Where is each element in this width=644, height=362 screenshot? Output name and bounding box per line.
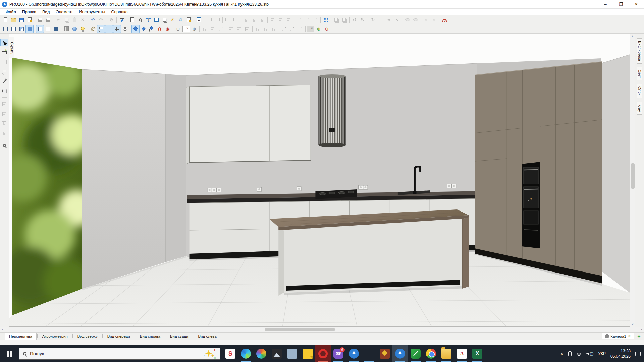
scene-canvas[interactable] xyxy=(9,34,630,327)
side-tab-слои[interactable]: Слои xyxy=(637,84,642,98)
callouts-button[interactable] xyxy=(97,25,105,33)
taskbar-app-excel[interactable]: X xyxy=(470,345,485,362)
view-contours-button[interactable] xyxy=(36,25,44,33)
show-rays-button[interactable]: ☼ xyxy=(176,16,184,24)
select-tool-button[interactable] xyxy=(0,39,8,46)
summary-list-button[interactable]: Σ xyxy=(195,16,203,24)
taskbar-app-firefox[interactable] xyxy=(362,345,377,362)
taskbar-app-viber[interactable]: ☎6 xyxy=(331,345,346,362)
horizontal-scrollbar[interactable]: ‹ › xyxy=(0,327,644,332)
taskbar-app-explorer[interactable] xyxy=(439,345,454,362)
lighting-button[interactable] xyxy=(78,25,87,33)
scroll-right-arrow[interactable]: › xyxy=(639,328,644,331)
scroll-up-arrow[interactable]: ∧ xyxy=(630,34,635,39)
new-element-tool-button[interactable] xyxy=(0,48,8,56)
camera-tab[interactable]: Камера1 ✕ xyxy=(602,333,634,339)
phone-link-icon[interactable] xyxy=(568,351,572,356)
wifi-icon[interactable] xyxy=(576,352,582,356)
kitchen-island[interactable] xyxy=(269,209,469,296)
zoom-out-button[interactable]: ⊖ xyxy=(174,25,182,33)
find-button[interactable] xyxy=(136,16,144,24)
benchmark-button[interactable] xyxy=(440,16,448,24)
tags-button[interactable] xyxy=(89,25,97,33)
print-preview-button[interactable] xyxy=(44,16,52,24)
horizontal-scroll-thumb[interactable] xyxy=(265,328,335,331)
menu-3[interactable]: Вид xyxy=(39,9,53,15)
auto-center-button[interactable]: ◉ xyxy=(164,25,172,33)
smoothing-button[interactable] xyxy=(70,25,78,33)
tall-cabinets[interactable] xyxy=(475,62,602,284)
contour-tool-button[interactable] xyxy=(0,87,8,95)
print-button[interactable] xyxy=(36,16,44,24)
copilot-icon[interactable] xyxy=(202,349,216,359)
view-edges-button[interactable] xyxy=(44,25,52,33)
menu-4[interactable]: Элемент xyxy=(53,9,76,15)
rename-button[interactable] xyxy=(152,16,160,24)
taskbar-app-copilot[interactable] xyxy=(254,345,269,362)
zoom-level-button[interactable] xyxy=(182,25,190,33)
menu-2[interactable]: Правка xyxy=(19,9,39,15)
taskbar-app-chrome[interactable] xyxy=(423,345,439,362)
taskbar-app-sketchup[interactable]: S xyxy=(223,345,238,362)
side-tab-свет[interactable]: Свет xyxy=(637,67,642,80)
view-tab-5[interactable]: Вид справа xyxy=(136,333,164,340)
view-shaded-button[interactable] xyxy=(52,25,60,33)
vertical-scroll-thumb[interactable] xyxy=(631,163,635,189)
taskbar-app-guard[interactable] xyxy=(377,345,392,362)
scroll-left-arrow[interactable]: ‹ xyxy=(0,328,5,331)
taskbar-app-green-notes[interactable] xyxy=(408,345,423,362)
snap-drop-button[interactable] xyxy=(148,25,156,33)
curtains-button[interactable] xyxy=(62,25,70,33)
save-button[interactable] xyxy=(17,16,25,24)
view-tab-1[interactable]: Перспектива xyxy=(5,333,37,340)
taskbar-app-edge[interactable] xyxy=(238,345,254,362)
hide-panel-tab[interactable]: Скрыть xyxy=(9,37,14,58)
properties-button[interactable] xyxy=(118,16,126,24)
taskbar-app-opera[interactable] xyxy=(315,345,331,362)
view-tab-3[interactable]: Вид сверху xyxy=(73,333,102,340)
menu-6[interactable]: Справка xyxy=(108,9,131,15)
view-colors-button[interactable] xyxy=(17,25,25,33)
built-in-ovens[interactable] xyxy=(522,162,540,248)
view-tab-2[interactable]: Аксонометрия xyxy=(38,333,72,340)
taskbar-app-sticky-notes[interactable] xyxy=(300,345,315,362)
picker-tool-button[interactable] xyxy=(0,77,8,85)
sun-light-button[interactable]: ☀ xyxy=(168,16,176,24)
zoom-tool-button[interactable] xyxy=(0,142,8,149)
view-tab-7[interactable]: Вид слева xyxy=(194,333,220,340)
start-button[interactable] xyxy=(0,345,19,362)
language-indicator[interactable]: УКР xyxy=(598,351,606,356)
minimize-button[interactable]: – xyxy=(598,0,613,9)
notification-center-icon[interactable] xyxy=(635,352,641,356)
dimensions-button[interactable] xyxy=(105,25,113,33)
side-tab-kray[interactable]: Kray xyxy=(637,102,642,115)
tray-chevron-icon[interactable]: ∧ xyxy=(560,351,564,356)
vertical-scrollbar[interactable]: ∧ ∨ xyxy=(630,34,635,327)
upper-cabinets[interactable] xyxy=(186,85,311,164)
left-wall[interactable] xyxy=(82,69,186,289)
preview-button[interactable] xyxy=(121,25,129,33)
view-tab-4[interactable]: Вид спереди xyxy=(103,333,134,340)
view-hidden-lines-button[interactable] xyxy=(9,25,17,33)
magnet-button[interactable]: ∩ xyxy=(156,25,164,33)
view-wireframe-button[interactable] xyxy=(1,25,9,33)
snap-points-button[interactable] xyxy=(131,25,140,33)
new-file-button[interactable] xyxy=(1,16,9,24)
maximize-button[interactable]: ❐ xyxy=(613,0,629,9)
zoom-in-button[interactable]: ⊕ xyxy=(190,25,198,33)
material-add-button[interactable]: ⊕ xyxy=(315,25,323,33)
add-view-button[interactable]: + xyxy=(634,333,644,340)
report-button[interactable] xyxy=(128,16,136,24)
camera-close-icon[interactable]: ✕ xyxy=(628,334,631,338)
close-button[interactable]: ✕ xyxy=(629,0,644,9)
cooker-hood[interactable] xyxy=(318,74,346,147)
snap-centers-button[interactable] xyxy=(140,25,148,33)
view-tab-6[interactable]: Вид сзади xyxy=(166,333,193,340)
open-file-button[interactable] xyxy=(9,16,17,24)
taskbar-app-pro100[interactable] xyxy=(392,345,408,362)
price-report-button[interactable] xyxy=(184,16,193,24)
material-remove-button[interactable]: ⊖ xyxy=(323,25,331,33)
taskbar-app-autocad[interactable]: A xyxy=(454,345,470,362)
scroll-down-arrow[interactable]: ∨ xyxy=(630,322,635,327)
view-textures-button[interactable] xyxy=(25,25,34,33)
